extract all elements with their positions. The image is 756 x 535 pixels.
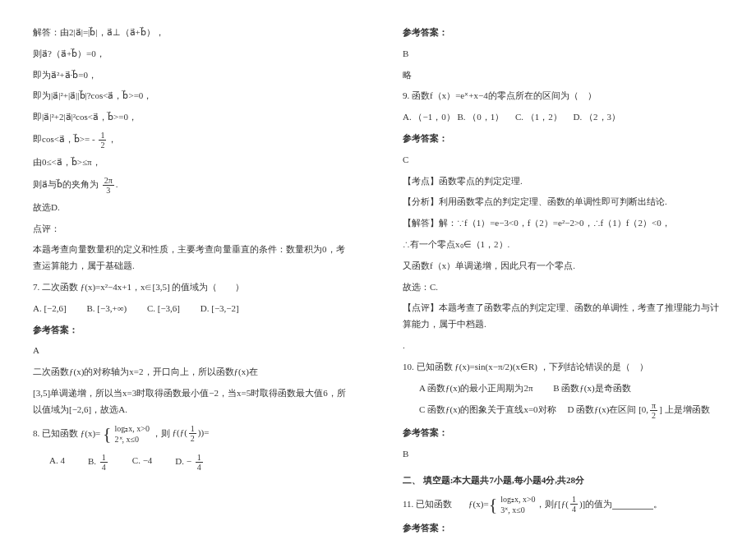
q9-answer: C <box>403 152 723 168</box>
q11-prefix: 11. 已知函数 <box>403 496 452 513</box>
q10-suffix: ，下列结论错误的是（ ） <box>540 362 648 371</box>
case-1: log₂x, x>0 <box>115 423 150 434</box>
section-2-title: 二、 填空题:本大题共7小题,每小题4分,共28分 <box>403 473 723 489</box>
text: 则a⃗与b⃗的夹角为 <box>33 179 99 189</box>
solution-line: 即|a⃗|²+2|a⃗|²cos<a⃗，b⃗>=0， <box>33 109 353 126</box>
q9-options: A. （−1，0） B. （0，1） C. （1，2） D. （2，3） <box>403 109 723 126</box>
fraction: 14 <box>196 453 203 472</box>
option-c: C. −4 <box>132 453 153 472</box>
question-10: 10. 已知函数 ƒ(x)=sin(x−π/2)(x∈R) ，下列结论错误的是（… <box>403 359 723 376</box>
q11-post: )]的值为 <box>579 496 612 513</box>
fill-blank <box>612 500 653 510</box>
option-d: D 函数ƒ(x)在区间 [0,π2] 上是增函数 <box>567 404 709 414</box>
q7-answer: A <box>33 343 353 359</box>
option-a: A. [−2,6] <box>33 303 67 313</box>
q7-explanation: [3,5]单调递增，所以当x=3时取得函数最小值−2，当x=5时取得函数最大值6… <box>33 385 353 418</box>
fraction: 14 <box>570 495 578 514</box>
case-1: log₂x, x>0 <box>500 494 535 505</box>
q11-mid: ，则ƒ[ƒ( <box>536 496 569 513</box>
answer-label: 参考答案： <box>403 520 723 535</box>
left-brace-icon: { <box>103 426 112 442</box>
q9-solution: 【解答】解：∵f（1）=e−3<0，f（2）=e²−2>0，∴f（1）f（2）<… <box>403 215 723 232</box>
question-11: 11. 已知函数 ƒ(x)= { log₂x, x>0 3ˣ, x≤0 ，则ƒ[… <box>403 494 723 515</box>
q10-row-ab: A 函数ƒ(x)的最小正周期为2π B 函数ƒ(x)是奇函数 <box>403 380 723 397</box>
comment-body: 本题考查向量数量积的定义和性质，主要考查向量垂直的条件：数量积为0，考查运算能力… <box>33 242 353 274</box>
solution-line: 即为|a⃗|²+|a⃗||b⃗|?cos<a⃗，b⃗>=0， <box>33 88 353 104</box>
q9-comment-cont: . <box>403 338 723 354</box>
option-a: A. （−1，0） <box>403 112 455 122</box>
q7-options: A. [−2,6] B. [−3,+∞) C. [−3,6] D. [−3,−2… <box>33 301 353 317</box>
q8-prefix: 8. 已知函数 <box>33 427 78 437</box>
solution-line: 即cos<a⃗，b⃗>= - 1 2 ， <box>33 131 353 150</box>
q10-answer: B <box>403 446 723 463</box>
q9-solution: 又函数f（x）单调递增，因此只有一个零点. <box>403 258 723 274</box>
q10-prefix: 10. 已知函数 <box>403 362 453 371</box>
q9-comment: 【点评】本题考查了函数零点的判定定理、函数的单调性，考查了推理能力与计算能力，属… <box>403 300 723 333</box>
text: 即cos<a⃗，b⃗>= - <box>33 134 95 144</box>
q8-mid: ，则 <box>152 427 170 437</box>
option-b: B. （0，1） <box>457 112 504 122</box>
piecewise: { log₂x, x>0 2ˣ, x≤0 <box>103 423 150 445</box>
left-brace-icon: { <box>489 496 498 513</box>
case-2: 3ˣ, x≤0 <box>500 505 535 515</box>
answer-label: 参考答案： <box>33 322 353 339</box>
q7-suffix: 的值域为（ ） <box>172 282 244 292</box>
option-c: C. [−3,6] <box>147 303 180 313</box>
fraction: 2π 3 <box>103 176 114 195</box>
fraction: 14 <box>100 453 108 472</box>
option-a: A 函数ƒ(x)的最小正周期为2π <box>419 383 532 393</box>
q8-target: ƒ(ƒ(12))= <box>173 427 210 437</box>
option-d: D. [−3,−2] <box>201 303 239 313</box>
right-column: 参考答案： B 略 9. 函数f（x）=eˣ+x−4的零点所在的区间为（ ） A… <box>394 25 723 510</box>
option-c: C 函数ƒ(x)的图象关于直线x=0对称 <box>419 404 556 414</box>
solution-line: 则a⃗与b⃗的夹角为 2π 3 . <box>33 176 353 195</box>
answer-label: 参考答案： <box>403 131 723 147</box>
q8-options: A. 4 B. 14 C. −4 D. − 14 <box>49 453 353 472</box>
q9-solution: ∴有一个零点x₀∈（1，2）. <box>403 237 723 253</box>
option-b: B 函数ƒ(x)是奇函数 <box>553 383 630 393</box>
option-a: A. 4 <box>49 453 65 472</box>
fraction: 12 <box>189 424 196 443</box>
left-column: 解答：由2|a⃗|=|b⃗|，a⃗⊥（a⃗+b⃗）， 则a⃗?（a⃗+b⃗）=0… <box>33 25 362 510</box>
q7-expression: ƒ(x)=x²−4x+1，x∈[3,5] <box>81 282 170 292</box>
answer-label: 参考答案： <box>403 25 723 41</box>
q8-fn: ƒ(x)= <box>81 427 101 437</box>
comment-label: 点评： <box>33 221 353 238</box>
q8-brief: 略 <box>403 67 723 84</box>
q9-solution: 故选：C. <box>403 279 723 296</box>
solution-line: 解答：由2|a⃗|=|b⃗|，a⃗⊥（a⃗+b⃗）， <box>33 25 353 41</box>
solution-line: 即为a⃗²+a⃗·b⃗=0， <box>33 67 353 84</box>
q10-expression: ƒ(x)=sin(x−π/2)(x∈R) <box>454 362 537 371</box>
question-8: 8. 已知函数 ƒ(x)= { log₂x, x>0 2ˣ, x≤0 ，则 ƒ(… <box>33 423 353 445</box>
option-d: D. （2，3） <box>574 112 620 122</box>
fraction: π2 <box>650 401 657 420</box>
answer-label: 参考答案： <box>403 425 723 441</box>
conclusion: 故选D. <box>33 200 353 216</box>
option-b: B. 14 <box>88 453 109 472</box>
q10-row-cd: C 函数ƒ(x)的图象关于直线x=0对称 D 函数ƒ(x)在区间 [0,π2] … <box>403 401 723 420</box>
q8-answer: B <box>403 46 723 62</box>
q9-keypoint: 【考点】函数零点的判定定理. <box>403 173 723 190</box>
q11-fn: ƒ(x)= <box>468 496 489 513</box>
question-9: 9. 函数f（x）=eˣ+x−4的零点所在的区间为（ ） <box>403 88 723 104</box>
option-b: B. [−3,+∞) <box>86 303 127 313</box>
option-d: D. − 14 <box>175 453 204 472</box>
solution-line: 由0≤<a⃗，b⃗>≤π， <box>33 155 353 171</box>
fraction: 1 2 <box>99 131 106 150</box>
q7-prefix: 7. 二次函数 <box>33 282 78 292</box>
q7-explanation: 二次函数ƒ(x)的对称轴为x=2，开口向上，所以函数ƒ(x)在 <box>33 364 353 380</box>
case-2: 2ˣ, x≤0 <box>115 434 150 445</box>
q9-analysis: 【分析】利用函数零点的判定定理、函数的单调性即可判断出结论. <box>403 194 723 210</box>
piecewise: { log₂x, x>0 3ˣ, x≤0 <box>489 494 536 515</box>
solution-line: 则a⃗?（a⃗+b⃗）=0， <box>33 46 353 62</box>
option-c: C. （1，2） <box>515 112 562 122</box>
question-7: 7. 二次函数 ƒ(x)=x²−4x+1，x∈[3,5] 的值域为（ ） <box>33 279 353 296</box>
